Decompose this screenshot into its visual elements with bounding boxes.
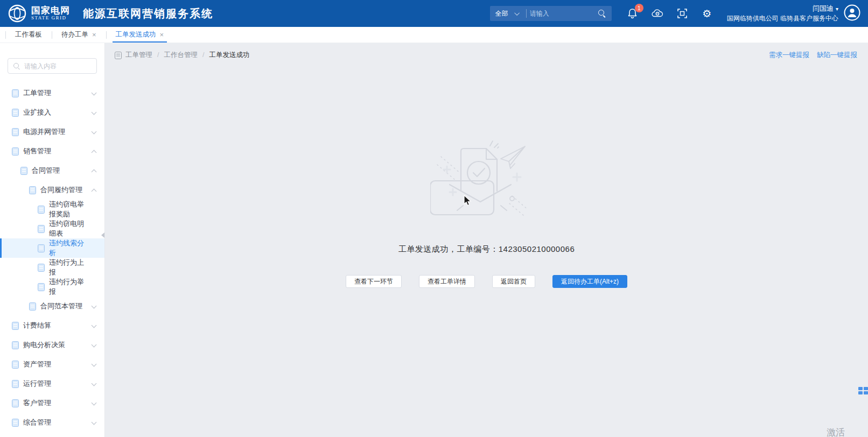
avatar[interactable] — [844, 4, 860, 23]
main-content: 工单管理工作台管理工单发送成功 需求一键提报缺陷一键提报 — [105, 43, 868, 437]
sidebar-menu-item[interactable]: 运行管理 — [0, 374, 104, 393]
breadcrumb-item[interactable]: 工作台管理 — [152, 51, 198, 60]
sidebar-menu-item[interactable]: 销售管理 — [0, 142, 104, 161]
quick-links: 需求一键提报缺陷一键提报 — [769, 51, 857, 60]
chevron-icon — [92, 323, 97, 328]
document-icon — [38, 244, 45, 252]
tab[interactable]: 待办工单 × — [52, 27, 106, 43]
state-grid-logo-icon — [8, 4, 27, 23]
menu-item-label: 违约窃电举报奖励 — [49, 200, 88, 219]
document-icon — [38, 283, 45, 291]
menu-item-label: 违约行为上报 — [49, 258, 88, 277]
menu-item-label: 违约线索分析 — [49, 238, 88, 258]
success-illustration — [430, 139, 543, 228]
document-icon — [12, 89, 19, 97]
user-menu[interactable]: 闫国迪▾ 国网临猗供电公司 临猗县客户服务中心 — [727, 4, 838, 23]
body-row: 工单管理 业扩接入 — [0, 43, 868, 437]
sidebar-menu-item[interactable]: 计费结算 — [0, 316, 104, 335]
sidebar-menu-item[interactable]: 电源并网管理 — [0, 122, 104, 142]
close-icon[interactable]: × — [92, 31, 96, 38]
sidebar-menu-item[interactable]: 合同管理 — [0, 161, 104, 180]
fullscreen-icon — [677, 9, 687, 18]
breadcrumb-doc-icon — [115, 52, 122, 59]
gear-icon: ⚙ — [702, 9, 711, 19]
document-icon — [12, 361, 19, 369]
sidebar: 工单管理 业扩接入 — [0, 43, 105, 437]
menu-item-label: 资产管理 — [23, 360, 51, 369]
breadcrumb-item[interactable]: 工单发送成功 — [198, 51, 249, 60]
chevron-icon — [92, 90, 97, 96]
chevron-icon — [92, 189, 97, 194]
document-icon — [20, 167, 27, 175]
action-buttons: 查看下一环节查看工单详情返回首页返回待办工单(Alt+z) — [346, 275, 627, 288]
search-input[interactable] — [530, 10, 598, 17]
sidebar-menu-item[interactable]: 违约行为上报 — [0, 258, 104, 277]
fullscreen-button[interactable] — [676, 8, 688, 19]
cloud-service-button[interactable] — [652, 8, 663, 19]
menu-item-label: 运行管理 — [23, 379, 51, 389]
search-divider — [526, 9, 527, 18]
breadcrumb-item[interactable]: 工单管理 — [125, 51, 152, 60]
breadcrumb: 工单管理工作台管理工单发送成功 — [125, 51, 249, 60]
document-icon — [38, 264, 45, 272]
chevron-icon — [92, 170, 97, 175]
chevron-icon — [92, 110, 97, 115]
sidebar-menu: 工单管理 业扩接入 — [0, 83, 104, 432]
document-icon — [12, 147, 19, 156]
quick-link[interactable]: 需求一键提报 — [769, 51, 809, 60]
top-header: 国家电网 STATE GRID 能源互联网营销服务系统 全部 1 — [0, 0, 868, 27]
action-button[interactable]: 返回首页 — [492, 275, 535, 288]
tab-label: 工单发送成功 — [116, 30, 156, 39]
action-button[interactable]: 查看下一环节 — [346, 275, 402, 288]
quick-link[interactable]: 缺陷一键提报 — [817, 51, 857, 60]
search-icon[interactable] — [598, 9, 606, 18]
search-scope-dropdown[interactable]: 全部 — [490, 9, 523, 18]
brand-cn: 国家电网 — [31, 6, 70, 16]
tab[interactable]: 工单发送成功 × — [106, 27, 174, 43]
brand-text: 国家电网 STATE GRID — [31, 6, 70, 20]
settings-button[interactable]: ⚙ — [701, 8, 713, 19]
sidebar-menu-item[interactable]: 客户管理 — [0, 393, 104, 413]
chevron-down-icon — [514, 10, 520, 16]
action-button[interactable]: 查看工单详情 — [419, 275, 475, 288]
document-icon — [12, 128, 19, 136]
sidebar-menu-item[interactable]: 综合管理 — [0, 413, 104, 432]
sidebar-menu-item[interactable]: 违约线索分析 — [0, 238, 104, 258]
sidebar-menu-item[interactable]: 资产管理 — [0, 355, 104, 374]
document-icon — [12, 419, 19, 427]
document-icon — [12, 109, 19, 117]
caret-down-icon: ▾ — [836, 6, 838, 12]
success-panel: 工单发送成功，工单编号：1423050210000066 查看下一环节查看工单详… — [105, 139, 868, 288]
sidebar-menu-item[interactable]: 工单管理 — [0, 83, 104, 103]
notification-bell[interactable]: 1 — [627, 8, 639, 19]
sidebar-menu-item[interactable]: 违约窃电明细表 — [0, 219, 104, 238]
chevron-icon — [92, 400, 97, 406]
chevron-icon — [92, 381, 97, 386]
watermark-line1: 激活 Windows — [827, 426, 868, 437]
document-icon — [12, 322, 19, 330]
menu-item-label: 客户管理 — [23, 398, 51, 408]
floating-widget-grid-icon[interactable] — [858, 387, 868, 394]
app-title: 能源互联网营销服务系统 — [83, 6, 213, 21]
sidebar-menu-item[interactable]: 业扩接入 — [0, 103, 104, 122]
sidebar-search-input[interactable] — [24, 62, 92, 70]
brand-en: STATE GRID — [31, 16, 70, 20]
sidebar-menu-item[interactable]: 合同范本管理 — [0, 297, 104, 316]
state-grid-logo — [8, 4, 27, 23]
sidebar-menu-item[interactable]: 违约行为举报 — [0, 277, 104, 297]
menu-item-label: 工单管理 — [23, 88, 51, 98]
chevron-icon — [92, 342, 97, 348]
tab[interactable]: 工作看板 × — [5, 27, 52, 43]
action-button[interactable]: 返回待办工单(Alt+z) — [552, 275, 627, 288]
app-window: 国家电网 STATE GRID 能源互联网营销服务系统 全部 1 — [0, 0, 868, 437]
search-icon — [13, 62, 20, 70]
close-icon[interactable]: × — [160, 31, 164, 38]
sidebar-menu-item[interactable]: 合同履约管理 — [0, 180, 104, 200]
notification-badge: 1 — [635, 4, 643, 12]
sidebar-menu-item[interactable]: 违约窃电举报奖励 — [0, 200, 104, 219]
sidebar-menu-item[interactable]: 购电分析决策 — [0, 335, 104, 355]
order-number: 1423050210000066 — [499, 244, 575, 253]
document-icon — [38, 225, 45, 233]
menu-item-label: 合同范本管理 — [40, 301, 82, 311]
sidebar-collapse-handle[interactable] — [101, 232, 104, 238]
